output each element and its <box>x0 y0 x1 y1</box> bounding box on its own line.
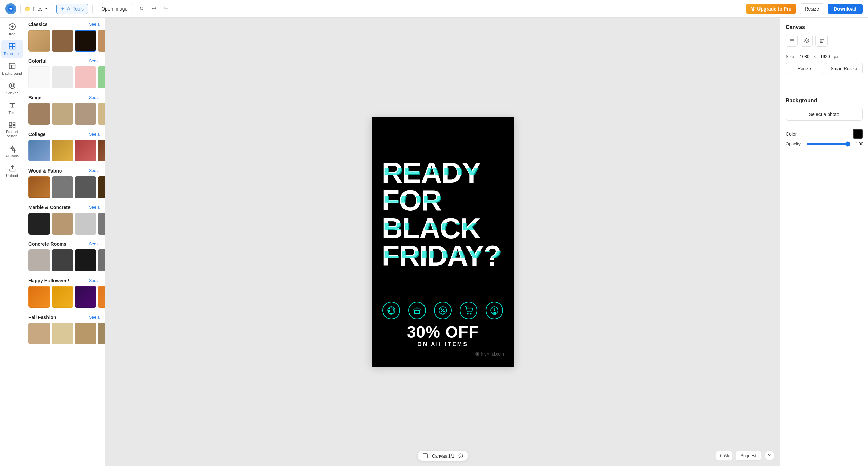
see-all-beige[interactable]: See all <box>89 95 101 100</box>
list-item[interactable] <box>98 323 105 344</box>
section-marble-header: Marble & Concrete See all <box>24 205 105 213</box>
topbar: 📁 Files ▼ ✦ AI Tools + Open Image ↻ ↩ ↪ … <box>0 0 868 18</box>
see-all-classics[interactable]: See all <box>89 22 101 27</box>
see-all-fall[interactable]: See all <box>89 315 101 320</box>
list-item[interactable] <box>52 30 73 52</box>
align-icon <box>789 38 794 43</box>
svg-rect-5 <box>12 44 15 46</box>
resize-header-button[interactable]: Resize <box>800 3 824 14</box>
sidebar-item-label: Sticker <box>6 91 18 95</box>
list-item[interactable] <box>75 30 96 52</box>
list-item[interactable] <box>52 213 73 235</box>
text-friday[interactable]: FRIDAY? FRIDAY? <box>382 242 501 270</box>
list-item[interactable] <box>28 286 50 308</box>
sidebar-item-product-collage[interactable]: Product collage <box>1 119 23 141</box>
sidebar-item-label: Templates <box>3 52 20 56</box>
ai-tools-label: AI Tools <box>67 6 84 12</box>
promo-text[interactable]: 30% OFF ON All ITEMS <box>382 323 504 349</box>
text-black[interactable]: BLACK BLACK <box>382 215 480 242</box>
list-item[interactable] <box>28 213 50 235</box>
list-item[interactable] <box>75 286 96 308</box>
suggest-button[interactable]: Suggest <box>736 451 761 461</box>
section-concrete-header: Concrete Rooms See all <box>24 241 105 249</box>
list-item[interactable] <box>98 249 105 271</box>
list-item[interactable] <box>52 176 73 198</box>
svg-rect-19 <box>393 310 394 312</box>
list-item[interactable] <box>75 323 96 344</box>
list-item[interactable] <box>75 213 96 235</box>
list-item[interactable] <box>52 323 73 344</box>
layers-button[interactable] <box>801 35 813 47</box>
list-item[interactable] <box>75 176 96 198</box>
list-item[interactable] <box>98 66 105 88</box>
list-item[interactable] <box>52 140 73 161</box>
redo-button[interactable]: ↪ <box>160 3 171 14</box>
list-item[interactable] <box>98 140 105 161</box>
list-item[interactable] <box>28 103 50 125</box>
list-item[interactable] <box>98 286 105 308</box>
list-item[interactable] <box>75 249 96 271</box>
refresh-button[interactable]: ↻ <box>136 3 147 14</box>
main-content: Add Templates Background Sticker Text Pr… <box>0 18 868 466</box>
list-item[interactable] <box>28 66 50 88</box>
list-item[interactable] <box>28 140 50 161</box>
list-item[interactable] <box>75 103 96 125</box>
open-image-button[interactable]: + Open Image <box>92 4 132 14</box>
resize-button[interactable]: Resize <box>786 63 823 74</box>
list-item[interactable] <box>52 66 73 88</box>
resize-buttons: Resize Smart Resize <box>786 63 863 74</box>
list-item[interactable] <box>98 30 105 52</box>
sidebar-item-background[interactable]: Background <box>1 60 23 78</box>
sidebar-item-add[interactable]: Add <box>1 20 23 39</box>
canvas-area: READY READY FOR FOR BLACK <box>106 18 780 466</box>
see-all-wood[interactable]: See all <box>89 168 101 173</box>
list-item[interactable] <box>52 103 73 125</box>
align-button[interactable] <box>786 35 798 47</box>
upgrade-button[interactable]: ♛ Upgrade to Pro <box>746 4 796 14</box>
color-swatch[interactable] <box>853 129 863 139</box>
files-button[interactable]: 📁 Files ▼ <box>20 4 52 14</box>
list-item[interactable] <box>98 103 105 125</box>
list-item[interactable] <box>28 249 50 271</box>
list-item[interactable] <box>28 176 50 198</box>
select-photo-button[interactable]: Select a photo <box>786 108 863 121</box>
sidebar-item-text[interactable]: Text <box>1 99 23 117</box>
see-all-concrete[interactable]: See all <box>89 242 101 246</box>
see-all-marble[interactable]: See all <box>89 205 101 210</box>
list-item[interactable] <box>52 286 73 308</box>
watermark: insMind.com <box>475 352 504 357</box>
section-collage-title: Collage <box>28 131 46 137</box>
see-all-halloween[interactable]: See all <box>89 278 101 283</box>
see-all-colorful[interactable]: See all <box>89 59 101 63</box>
delete-button[interactable] <box>815 35 828 47</box>
ai-tools-button[interactable]: ✦ AI Tools <box>56 4 88 14</box>
text-ready[interactable]: READY READY <box>382 159 480 187</box>
smart-resize-button[interactable]: Smart Resize <box>826 63 863 74</box>
list-item[interactable] <box>98 176 105 198</box>
see-all-collage[interactable]: See all <box>89 132 101 137</box>
list-item[interactable] <box>28 323 50 344</box>
zoom-level[interactable]: 65% <box>716 451 732 460</box>
canvas-wrapper[interactable]: READY READY FOR FOR BLACK <box>372 117 514 367</box>
svg-point-11 <box>13 85 14 86</box>
fall-grid <box>24 323 105 344</box>
list-item[interactable] <box>75 140 96 161</box>
undo-button[interactable]: ↩ <box>148 3 159 14</box>
list-item[interactable] <box>75 66 96 88</box>
list-item[interactable] <box>28 30 50 52</box>
text-for[interactable]: FOR FOR <box>382 187 441 215</box>
svg-marker-37 <box>804 38 809 41</box>
list-item[interactable] <box>98 213 105 235</box>
help-button[interactable]: ? <box>764 450 774 461</box>
download-button[interactable]: Download <box>828 4 863 14</box>
svg-text:24: 24 <box>494 312 496 314</box>
sidebar-item-templates[interactable]: Templates <box>1 40 23 58</box>
color-row: Color <box>786 129 863 139</box>
sidebar-item-upload[interactable]: Upload <box>1 162 23 180</box>
chevron-down-icon: ▼ <box>45 7 48 11</box>
opacity-slider[interactable] <box>807 143 850 145</box>
list-item[interactable] <box>52 249 73 271</box>
sidebar-item-sticker[interactable]: Sticker <box>1 79 23 98</box>
marble-grid <box>24 213 105 235</box>
sidebar-item-ai-tools[interactable]: AI Tools <box>1 142 23 161</box>
